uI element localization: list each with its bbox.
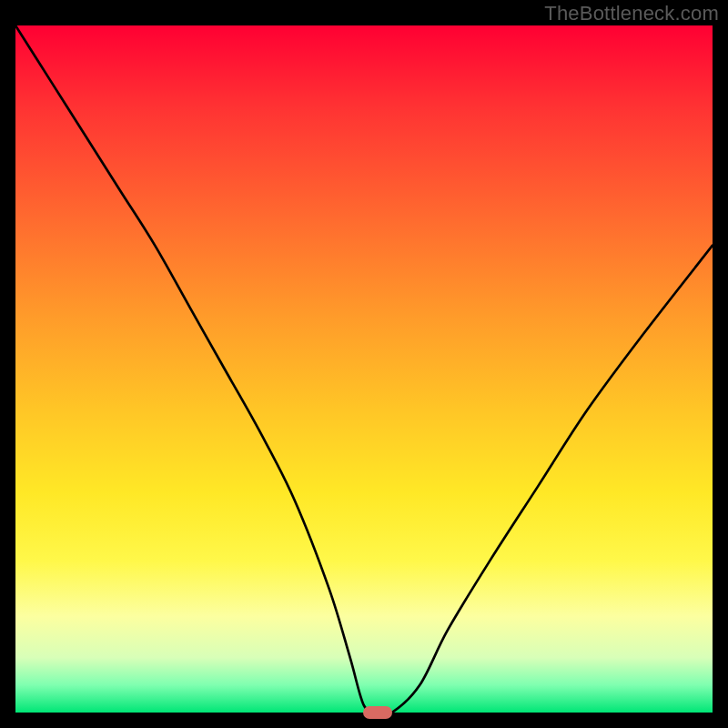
bottleneck-gradient-plot xyxy=(15,25,713,713)
optimal-point-marker xyxy=(363,706,392,719)
watermark-text: TheBottleneck.com xyxy=(544,2,719,25)
chart-frame: TheBottleneck.com xyxy=(0,0,728,728)
bottleneck-curve-svg xyxy=(15,25,713,713)
bottleneck-curve-path xyxy=(15,25,713,713)
